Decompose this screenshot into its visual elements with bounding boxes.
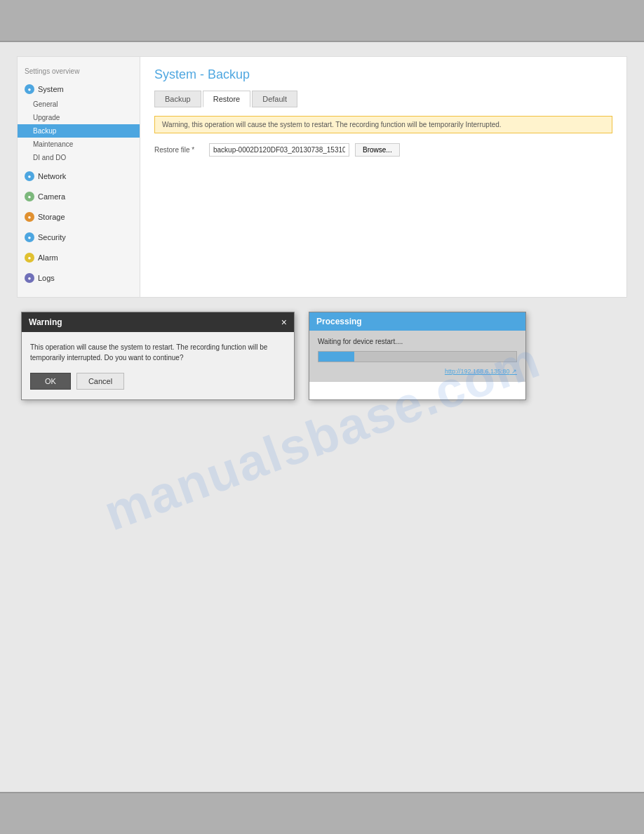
- camera-icon: ●: [25, 192, 34, 201]
- sidebar-item-general[interactable]: General: [18, 98, 140, 111]
- sidebar-section-alarm-label: Alarm: [38, 253, 58, 262]
- sidebar-item-camera[interactable]: ● Camera: [18, 188, 140, 205]
- warning-dialog-body: This operation will cause the system to …: [22, 332, 294, 399]
- network-icon: ●: [25, 171, 34, 181]
- settings-panel: Settings overview ● System General Upgra…: [17, 56, 627, 298]
- sidebar-item-logs[interactable]: ● Logs: [18, 270, 140, 286]
- tab-default[interactable]: Default: [252, 91, 297, 107]
- sidebar-item-storage[interactable]: ● Storage: [18, 208, 140, 225]
- sidebar-section-security: ● Security: [18, 229, 140, 246]
- progress-bar-container: [318, 351, 517, 362]
- sidebar-item-alarm[interactable]: ● Alarm: [18, 249, 140, 266]
- sidebar-title: Settings overview: [18, 64, 140, 81]
- tab-restore[interactable]: Restore: [203, 91, 251, 107]
- progress-bar-fill: [318, 352, 354, 362]
- browse-button[interactable]: Browse...: [355, 143, 400, 157]
- storage-icon: ●: [25, 212, 34, 222]
- page-title-prefix: System -: [154, 67, 208, 81]
- system-icon: ●: [25, 84, 34, 94]
- processing-dialog-title: Processing: [316, 317, 362, 326]
- sidebar-section-storage-label: Storage: [38, 213, 65, 221]
- tab-backup[interactable]: Backup: [154, 91, 201, 107]
- sidebar-section-camera-label: Camera: [38, 192, 65, 201]
- processing-waiting-text: Waiting for device restart....: [318, 338, 517, 345]
- sidebar-section-logs: ● Logs: [18, 270, 140, 286]
- logs-icon: ●: [25, 273, 34, 283]
- processing-dialog: Processing Waiting for device restart...…: [309, 312, 526, 400]
- restore-file-label: Restore file *: [154, 146, 203, 154]
- ok-button[interactable]: OK: [30, 373, 71, 390]
- external-link-icon: ↗: [511, 368, 517, 375]
- sidebar-item-backup[interactable]: Backup: [18, 124, 140, 138]
- security-icon: ●: [25, 232, 34, 242]
- cancel-button[interactable]: Cancel: [76, 373, 124, 390]
- processing-link[interactable]: http://192.168.6.135:80 ↗: [318, 368, 517, 375]
- bottom-banner: [0, 792, 644, 834]
- tab-bar: Backup Restore Default: [154, 91, 612, 107]
- warning-dialog-message: This operation will cause the system to …: [30, 342, 286, 363]
- sidebar-section-security-label: Security: [38, 233, 66, 241]
- warning-dialog-title: Warning: [29, 317, 62, 327]
- top-banner: [0, 0, 644, 42]
- sidebar-section-network: ● Network: [18, 168, 140, 185]
- dialog-buttons: OK Cancel: [30, 373, 286, 390]
- sidebar-section-network-label: Network: [38, 172, 66, 180]
- sidebar-item-security[interactable]: ● Security: [18, 229, 140, 246]
- sidebar-item-system[interactable]: ● System: [18, 81, 140, 98]
- sidebar-section-storage: ● Storage: [18, 208, 140, 225]
- warning-dialog-close-button[interactable]: ×: [281, 317, 287, 328]
- dialogs-area: Warning × This operation will cause the …: [21, 312, 631, 400]
- warning-banner: Warning, this operation will cause the s…: [154, 116, 612, 133]
- sidebar: Settings overview ● System General Upgra…: [18, 57, 140, 297]
- warning-dialog: Warning × This operation will cause the …: [21, 312, 295, 400]
- page-title: System - Backup: [154, 67, 612, 82]
- sidebar-item-maintenance[interactable]: Maintenance: [18, 138, 140, 151]
- page-title-suffix: Backup: [208, 67, 250, 81]
- sidebar-section-camera: ● Camera: [18, 188, 140, 205]
- sidebar-section-system: ● System General Upgrade Backup Maintena…: [18, 81, 140, 164]
- sidebar-item-network[interactable]: ● Network: [18, 168, 140, 185]
- restore-file-row: Restore file * Browse...: [154, 143, 612, 157]
- sidebar-item-di-do[interactable]: DI and DO: [18, 151, 140, 164]
- sidebar-item-upgrade[interactable]: Upgrade: [18, 111, 140, 124]
- restore-file-input[interactable]: [209, 143, 349, 157]
- warning-dialog-header: Warning ×: [22, 312, 294, 332]
- sidebar-section-logs-label: Logs: [38, 274, 55, 282]
- sidebar-section-system-label: System: [38, 85, 64, 93]
- alarm-icon: ●: [25, 253, 34, 263]
- content-area: System - Backup Backup Restore Default W…: [140, 57, 626, 297]
- sidebar-section-alarm: ● Alarm: [18, 249, 140, 266]
- processing-dialog-body: Waiting for device restart.... http://19…: [309, 331, 525, 382]
- processing-dialog-header: Processing: [309, 312, 525, 331]
